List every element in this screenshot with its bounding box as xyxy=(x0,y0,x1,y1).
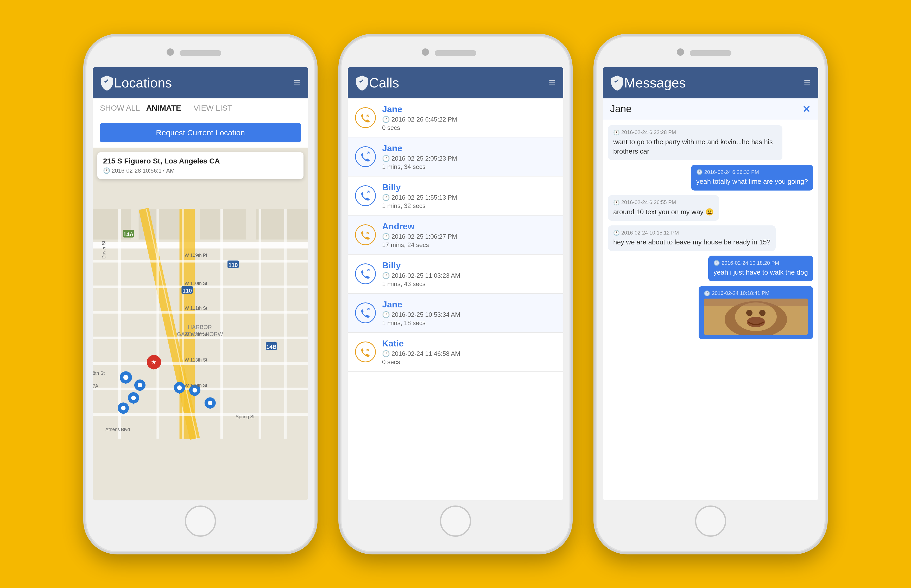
svg-rect-12 xyxy=(93,311,308,313)
shield-icon-calls xyxy=(355,75,369,90)
svg-point-70 xyxy=(746,310,753,316)
message-bubble: 🕐 2016-02-24 6:22:28 PM want to go to th… xyxy=(608,125,782,160)
popup-time: 🕐 2016-02-28 10:56:17 AM xyxy=(103,167,298,174)
msg-image xyxy=(704,299,808,335)
call-datetime: 🕐 2016-02-25 1:55:13 PM xyxy=(382,194,457,201)
msg-time: 🕐 2016-02-24 6:26:33 PM xyxy=(696,169,808,175)
menu-icon-2[interactable]: ≡ xyxy=(549,76,556,89)
svg-rect-5 xyxy=(93,242,308,249)
screen-messages: Messages ≡ Jane ✕ 🕐 2016-02-24 6:22:28 P… xyxy=(603,67,818,500)
call-duration: 1 mins, 34 secs xyxy=(382,163,457,171)
msg-text: yeah totally what time are you going? xyxy=(696,177,808,186)
screen-calls: Calls ≡ Jane 🕐 2016-02-26 6:45:22 PM 0 s… xyxy=(348,67,563,500)
svg-text:W 111th St: W 111th St xyxy=(184,305,207,311)
svg-text:Dover St: Dover St xyxy=(101,241,107,259)
phone-locations: Locations ≡ SHOW ALL ANIMATE VIEW LIST R… xyxy=(83,34,318,554)
call-duration: 17 mins, 24 secs xyxy=(382,241,457,249)
home-button-3[interactable] xyxy=(695,506,726,537)
call-icon-wrap xyxy=(355,263,376,284)
call-duration: 1 mins, 18 secs xyxy=(382,319,460,327)
locations-toolbar: SHOW ALL ANIMATE VIEW LIST xyxy=(93,99,308,118)
call-icon-wrap xyxy=(355,225,376,245)
view-list-tab[interactable]: VIEW LIST xyxy=(194,103,232,113)
calls-title: Calls xyxy=(369,75,549,90)
call-info: Jane 🕐 2016-02-25 10:53:34 AM 1 mins, 18… xyxy=(382,299,460,327)
svg-point-26 xyxy=(123,375,129,380)
phone-calls: Calls ≡ Jane 🕐 2016-02-26 6:45:22 PM 0 s… xyxy=(338,34,573,554)
svg-text:W 109th Pl: W 109th Pl xyxy=(184,252,207,258)
messages-title: Messages xyxy=(624,75,804,90)
svg-point-29 xyxy=(138,383,142,387)
contact-name: Jane xyxy=(610,103,632,115)
call-item[interactable]: Andrew 🕐 2016-02-25 1:06:27 PM 17 mins, … xyxy=(348,215,563,255)
svg-text:7A: 7A xyxy=(93,383,99,389)
svg-text:W 110th St: W 110th St xyxy=(184,281,207,286)
animate-tab[interactable]: ANIMATE xyxy=(146,103,181,113)
message-bubble: 🕐 2016-02-24 6:26:33 PM yeah totally wha… xyxy=(691,165,813,190)
home-button-2[interactable] xyxy=(440,506,471,537)
menu-icon-1[interactable]: ≡ xyxy=(294,76,301,89)
svg-point-32 xyxy=(131,396,136,400)
message-bubble: 🕐 2016-02-24 10:15:12 PM hey we are abou… xyxy=(608,225,776,251)
call-info: Jane 🕐 2016-02-25 2:05:23 PM 1 mins, 34 … xyxy=(382,143,457,171)
call-duration: 0 secs xyxy=(382,124,457,131)
screen-locations: Locations ≡ SHOW ALL ANIMATE VIEW LIST R… xyxy=(93,67,308,500)
call-info: Jane 🕐 2016-02-26 6:45:22 PM 0 secs xyxy=(382,104,457,131)
svg-point-44 xyxy=(208,401,212,405)
svg-text:110: 110 xyxy=(183,288,192,294)
message-bubble: 🕐 2016-02-24 10:18:41 PM xyxy=(699,286,813,339)
svg-text:110: 110 xyxy=(229,262,238,268)
svg-point-35 xyxy=(121,405,126,410)
popup-address: 215 S Figuero St, Los Angeles CA xyxy=(103,157,298,165)
svg-rect-10 xyxy=(93,260,308,262)
svg-point-72 xyxy=(747,317,765,327)
call-datetime: 🕐 2016-02-24 11:46:58 AM xyxy=(382,350,460,357)
msg-time: 🕐 2016-02-24 6:26:55 PM xyxy=(613,199,714,206)
contact-header: Jane ✕ xyxy=(603,99,818,120)
svg-rect-16 xyxy=(93,413,308,416)
msg-time: 🕐 2016-02-24 6:22:28 PM xyxy=(613,129,777,136)
call-duration: 1 mins, 32 secs xyxy=(382,202,457,210)
call-name: Katie xyxy=(382,338,460,349)
call-name: Billy xyxy=(382,182,457,192)
msg-time: 🕐 2016-02-24 10:18:20 PM xyxy=(714,260,808,266)
call-icon-wrap xyxy=(355,341,376,362)
call-info: Katie 🕐 2016-02-24 11:46:58 AM 0 secs xyxy=(382,338,460,366)
svg-text:Athens Blvd: Athens Blvd xyxy=(105,427,130,432)
call-duration: 1 mins, 43 secs xyxy=(382,280,460,288)
svg-text:★: ★ xyxy=(151,359,157,365)
svg-text:Spring St: Spring St xyxy=(236,414,255,419)
svg-text:8th St: 8th St xyxy=(93,371,105,376)
message-bubble: 🕐 2016-02-24 10:18:20 PM yeah i just hav… xyxy=(708,255,813,281)
call-name: Jane xyxy=(382,143,457,153)
locations-header: Locations ≡ xyxy=(93,67,308,99)
call-datetime: 🕐 2016-02-25 10:53:34 AM xyxy=(382,311,460,318)
call-icon-wrap xyxy=(355,302,376,323)
request-location-button[interactable]: Request Current Location xyxy=(100,123,301,142)
phone-messages: Messages ≡ Jane ✕ 🕐 2016-02-24 6:22:28 P… xyxy=(593,34,828,554)
call-item[interactable]: Billy 🕐 2016-02-25 11:03:23 AM 1 mins, 4… xyxy=(348,255,563,294)
map-area[interactable]: HARBOR GATEWAY NORW xyxy=(93,148,308,500)
call-item[interactable]: Jane 🕐 2016-02-25 10:53:34 AM 1 mins, 18… xyxy=(348,294,563,333)
svg-text:14B: 14B xyxy=(266,344,277,350)
call-item[interactable]: Billy 🕐 2016-02-25 1:55:13 PM 1 mins, 32… xyxy=(348,176,563,215)
call-name: Billy xyxy=(382,260,460,270)
calls-list: Jane 🕐 2016-02-26 6:45:22 PM 0 secs Jane… xyxy=(348,99,563,372)
locations-title: Locations xyxy=(114,75,294,90)
close-button[interactable]: ✕ xyxy=(802,103,811,115)
menu-icon-3[interactable]: ≡ xyxy=(804,76,811,89)
map-popup: 215 S Figuero St, Los Angeles CA 🕐 2016-… xyxy=(97,152,304,179)
show-all-tab[interactable]: SHOW ALL xyxy=(100,103,140,113)
call-name: Jane xyxy=(382,299,460,310)
call-info: Billy 🕐 2016-02-25 1:55:13 PM 1 mins, 32… xyxy=(382,182,457,210)
call-icon-wrap xyxy=(355,185,376,206)
svg-rect-73 xyxy=(704,299,808,306)
call-item[interactable]: Katie 🕐 2016-02-24 11:46:58 AM 0 secs xyxy=(348,333,563,372)
svg-rect-20 xyxy=(259,209,261,439)
svg-point-41 xyxy=(192,388,197,393)
msg-text: around 10 text you on my way 😀 xyxy=(613,207,714,216)
call-item[interactable]: Jane 🕐 2016-02-26 6:45:22 PM 0 secs xyxy=(348,99,563,137)
call-item[interactable]: Jane 🕐 2016-02-25 2:05:23 PM 1 mins, 34 … xyxy=(348,137,563,176)
svg-rect-19 xyxy=(220,209,223,439)
home-button-1[interactable] xyxy=(185,506,216,537)
